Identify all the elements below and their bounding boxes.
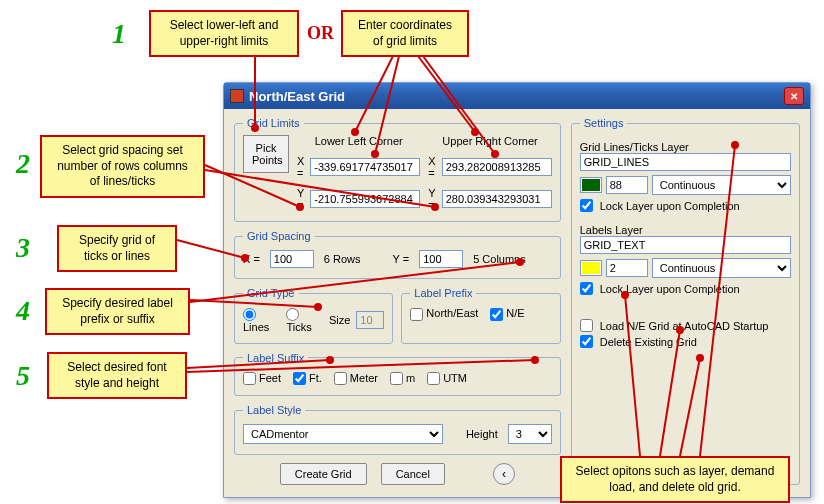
chk-ft[interactable]: Ft. <box>293 372 322 386</box>
back-icon[interactable]: ‹ <box>493 463 515 485</box>
callout-5: Select desired font style and height <box>47 352 187 399</box>
legend-label-suffix: Label Suffix <box>243 352 308 364</box>
grid-layer-label: Grid Lines/Ticks Layer <box>580 141 791 153</box>
legend-grid-spacing: Grid Spacing <box>243 230 315 242</box>
font-select[interactable]: CADmentor <box>243 424 443 444</box>
chk-grid-lock[interactable]: Lock Layer upon Completion <box>580 199 791 212</box>
cancel-button[interactable]: Cancel <box>381 463 445 485</box>
ll-y-input[interactable] <box>310 190 420 208</box>
chk-feet[interactable]: Feet <box>243 372 281 386</box>
close-icon[interactable]: ✕ <box>784 87 804 105</box>
legend-settings: Settings <box>580 117 628 129</box>
chk-m[interactable]: m <box>390 372 415 386</box>
callout-4: Specify desired label prefix or suffix <box>45 288 190 335</box>
spacing-y-label: Y = <box>393 253 410 265</box>
spacing-x-label: X = <box>243 253 260 265</box>
rows-text: 6 Rows <box>324 253 361 265</box>
height-label: Height <box>466 428 498 440</box>
height-select[interactable]: 3 <box>508 424 552 444</box>
ur-y-input[interactable] <box>442 190 552 208</box>
pick-points-button[interactable]: Pick Points <box>243 135 289 173</box>
grid-color-swatch[interactable] <box>580 177 602 193</box>
chk-delete-existing[interactable]: Delete Existing Grid <box>580 335 791 348</box>
callout-1a: Select lower-left and upper-right limits <box>149 10 299 57</box>
chk-meter[interactable]: Meter <box>334 372 378 386</box>
step-2: 2 <box>16 148 30 180</box>
step-4: 4 <box>16 295 30 327</box>
dialog-title: North/East Grid <box>249 89 345 104</box>
chk-labels-lock[interactable]: Lock Layer upon Completion <box>580 282 791 295</box>
create-grid-button[interactable]: Create Grid <box>280 463 367 485</box>
group-grid-spacing: Grid Spacing X = 6 Rows Y = 5 Columns <box>234 230 561 279</box>
chk-load-startup[interactable]: Load N/E Grid at AutoCAD Startup <box>580 319 791 332</box>
legend-label-prefix: Label Prefix <box>410 287 476 299</box>
chk-ne-short[interactable]: N/E <box>490 307 524 321</box>
group-grid-limits: Grid Limits Pick Points Lower Left Corne… <box>234 117 561 222</box>
callout-or: OR <box>307 23 334 44</box>
labels-linetype-select[interactable]: Continuous <box>652 258 791 278</box>
radio-lines[interactable]: Lines <box>243 307 280 333</box>
labels-color-swatch[interactable] <box>580 260 602 276</box>
grid-color-input[interactable] <box>606 176 648 194</box>
callout-3: Specify grid of ticks or lines <box>57 225 177 272</box>
y-label: Y = <box>297 187 304 211</box>
chk-northeast[interactable]: North/East <box>410 307 478 321</box>
titlebar[interactable]: North/East Grid ✕ <box>224 83 810 109</box>
size-label: Size <box>329 314 350 326</box>
lower-left-header: Lower Left Corner <box>297 135 420 147</box>
labels-layer-label: Labels Layer <box>580 224 791 236</box>
step-5: 5 <box>16 360 30 392</box>
callout-1b: Enter coordinates of grid limits <box>341 10 469 57</box>
x-label-2: X = <box>428 155 435 179</box>
legend-label-style: Label Style <box>243 404 305 416</box>
chk-utm[interactable]: UTM <box>427 372 467 386</box>
upper-right-header: Upper Right Corner <box>428 135 551 147</box>
group-label-prefix: Label Prefix North/East N/E <box>401 287 560 344</box>
callout-6: Select opitons such as layer, demand loa… <box>560 456 790 503</box>
step-3: 3 <box>16 232 30 264</box>
app-icon <box>230 89 244 103</box>
grid-linetype-select[interactable]: Continuous <box>652 175 791 195</box>
spacing-x-input[interactable] <box>270 250 314 268</box>
y-label-2: Y = <box>428 187 435 211</box>
radio-ticks[interactable]: Ticks <box>286 307 323 333</box>
callout-2: Select grid spacing set number of rows c… <box>40 135 205 198</box>
ur-x-input[interactable] <box>442 158 552 176</box>
legend-grid-limits: Grid Limits <box>243 117 304 129</box>
labels-color-input[interactable] <box>606 259 648 277</box>
ll-x-input[interactable] <box>310 158 420 176</box>
group-grid-type: Grid Type Lines Ticks Size <box>234 287 393 344</box>
group-settings: Settings Grid Lines/Ticks Layer Continuo… <box>571 117 800 485</box>
size-input <box>356 311 384 329</box>
dialog-window: North/East Grid ✕ Grid Limits Pick Point… <box>223 82 811 498</box>
labels-layer-input[interactable] <box>580 236 791 254</box>
cols-text: 5 Columns <box>473 253 526 265</box>
step-1: 1 <box>112 18 126 50</box>
group-label-style: Label Style CADmentor Height 3 <box>234 404 561 455</box>
grid-layer-input[interactable] <box>580 153 791 171</box>
spacing-y-input[interactable] <box>419 250 463 268</box>
x-label: X = <box>297 155 304 179</box>
group-label-suffix: Label Suffix Feet Ft. Meter m UTM <box>234 352 561 397</box>
legend-grid-type: Grid Type <box>243 287 299 299</box>
